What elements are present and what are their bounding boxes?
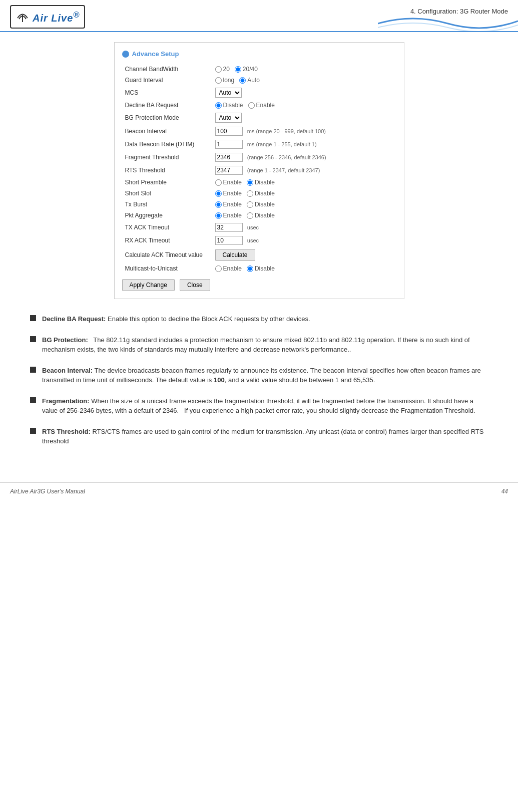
row-decline-ba: Decline BA Request Disable Enable (122, 100, 396, 111)
short-slot-disable[interactable]: Disable (247, 190, 275, 197)
decline-ba-enable[interactable]: Enable (248, 102, 275, 109)
rx-ack-timeout-input[interactable] (215, 236, 243, 245)
multicast-unicast-disable[interactable]: Disable (247, 265, 275, 272)
label-rts-threshold: RTS Threshold (122, 164, 212, 177)
title-icon (122, 51, 129, 58)
decline-ba-disable[interactable]: Disable (215, 102, 243, 109)
pkt-aggregate-enable[interactable]: Enable (215, 212, 242, 219)
apply-change-button[interactable]: Apply Change (122, 279, 175, 291)
footer-right: 44 (501, 488, 508, 495)
rts-threshold-input[interactable] (215, 166, 243, 175)
close-button[interactable]: Close (180, 279, 210, 291)
guard-interval-auto[interactable]: Auto (239, 77, 260, 84)
row-beacon-interval: Beacon Interval ms (range 20 - 999, defa… (122, 125, 396, 138)
row-short-preamble: Short Preamble Enable Disable (122, 177, 396, 188)
row-rx-ack-timeout: RX ACK Timeout usec (122, 234, 396, 247)
beacon-interval-input[interactable] (215, 127, 243, 136)
row-mcs: MCS Auto (122, 86, 396, 100)
row-rts-threshold: RTS Threshold (range 1 - 2347, default 2… (122, 164, 396, 177)
row-tx-burst: Tx Burst Enable Disable (122, 199, 396, 210)
label-decline-ba: Decline BA Request (122, 100, 212, 111)
signal-icon (15, 8, 30, 26)
short-preamble-options: Enable Disable (215, 179, 393, 186)
row-bg-protection: BG Protection Mode Auto (122, 111, 396, 125)
bullet-icon (30, 315, 36, 321)
label-channel-bandwidth: Channel BandWidth (122, 64, 212, 75)
row-multicast-unicast: Multicast-to-Unicast Enable Disable (122, 263, 396, 274)
row-fragment-threshold: Fragment Threshold (range 256 - 2346, de… (122, 151, 396, 164)
label-pkt-aggregate: Pkt Aggregate (122, 210, 212, 221)
main-content: Advance Setup Channel BandWidth 20 20/40 (0, 32, 518, 467)
beacon-interval-hint: ms (range 20 - 999, default 100) (247, 128, 326, 134)
mcs-select[interactable]: Auto (215, 88, 242, 98)
tx-ack-timeout-hint: usec (247, 224, 259, 230)
fragment-threshold-hint: (range 256 - 2346, default 2346) (247, 154, 326, 160)
bullet-icon (30, 367, 36, 373)
tx-ack-timeout-input[interactable] (215, 223, 243, 232)
rx-ack-timeout-hint: usec (247, 237, 259, 243)
logo-box: Air Live® (10, 5, 85, 29)
label-data-beacon-rate: Data Beacon Rate (DTIM) (122, 138, 212, 151)
label-rx-ack-timeout: RX ACK Timeout (122, 234, 212, 247)
data-beacon-rate-input[interactable] (215, 140, 243, 149)
form-buttons: Apply Change Close (122, 279, 396, 291)
label-tx-ack-timeout: TX ACK Timeout (122, 221, 212, 234)
channel-bandwidth-20[interactable]: 20 (215, 66, 230, 73)
channel-bandwidth-options: 20 20/40 (215, 66, 393, 73)
label-short-preamble: Short Preamble (122, 177, 212, 188)
short-slot-enable[interactable]: Enable (215, 190, 242, 197)
label-mcs: MCS (122, 86, 212, 100)
row-calculate-ack: Calculate ACK Timeout value Calculate (122, 247, 396, 263)
label-calculate-ack: Calculate ACK Timeout value (122, 247, 212, 263)
row-pkt-aggregate: Pkt Aggregate Enable Disable (122, 210, 396, 221)
form-table: Channel BandWidth 20 20/40 (122, 64, 396, 274)
pkt-aggregate-disable[interactable]: Disable (247, 212, 275, 219)
registered-mark: ® (73, 10, 80, 20)
desc-rts-threshold-text: RTS Threshold: RTS/CTS frames are used t… (42, 427, 488, 446)
guard-interval-options: long Auto (215, 77, 393, 84)
advance-setup-title: Advance Setup (122, 50, 396, 58)
bg-protection-select[interactable]: Auto (215, 113, 242, 123)
label-tx-burst: Tx Burst (122, 199, 212, 210)
desc-fragmentation: Fragmentation: When the size of a unicas… (30, 396, 488, 416)
pkt-aggregate-options: Enable Disable (215, 212, 393, 219)
page-footer: AirLive Air3G User's Manual 44 (0, 482, 518, 500)
row-data-beacon-rate: Data Beacon Rate (DTIM) ms (range 1 - 25… (122, 138, 396, 151)
advance-setup-box: Advance Setup Channel BandWidth 20 20/40 (114, 42, 404, 299)
calculate-button[interactable]: Calculate (215, 249, 255, 261)
tx-burst-options: Enable Disable (215, 201, 393, 208)
label-fragment-threshold: Fragment Threshold (122, 151, 212, 164)
page-header: Air Live® 4. Configuration: 3G Router Mo… (0, 0, 518, 32)
label-short-slot: Short Slot (122, 188, 212, 199)
rts-threshold-hint: (range 1 - 2347, default 2347) (247, 167, 320, 173)
short-preamble-disable[interactable]: Disable (247, 179, 275, 186)
fragment-threshold-input[interactable] (215, 153, 243, 162)
descriptions-section: Decline BA Request: Enable this option t… (20, 314, 498, 446)
channel-bandwidth-2040[interactable]: 20/40 (235, 66, 258, 73)
desc-rts-threshold: RTS Threshold: RTS/CTS frames are used t… (30, 427, 488, 446)
bullet-icon (30, 336, 36, 342)
label-multicast-unicast: Multicast-to-Unicast (122, 263, 212, 274)
short-preamble-enable[interactable]: Enable (215, 179, 242, 186)
data-beacon-rate-hint: ms (range 1 - 255, default 1) (247, 141, 317, 147)
tx-burst-disable[interactable]: Disable (247, 201, 275, 208)
desc-decline-ba: Decline BA Request: Enable this option t… (30, 314, 488, 324)
label-guard-interval: Guard Interval (122, 75, 212, 86)
desc-decline-ba-text: Decline BA Request: Enable this option t… (42, 314, 310, 324)
multicast-unicast-options: Enable Disable (215, 265, 393, 272)
tx-burst-enable[interactable]: Enable (215, 201, 242, 208)
row-short-slot: Short Slot Enable Disable (122, 188, 396, 199)
desc-beacon-interval-text: Beacon Interval: The device broadcasts b… (42, 366, 488, 385)
row-channel-bandwidth: Channel BandWidth 20 20/40 (122, 64, 396, 75)
bullet-icon (30, 397, 36, 403)
multicast-unicast-enable[interactable]: Enable (215, 265, 242, 272)
bullet-icon (30, 428, 36, 434)
footer-left: AirLive Air3G User's Manual (10, 488, 85, 495)
logo-area: Air Live® (10, 5, 85, 29)
desc-bg-protection-text: BG Protection: The 802.11g standard incl… (42, 335, 488, 355)
decline-ba-options: Disable Enable (215, 102, 393, 109)
label-bg-protection: BG Protection Mode (122, 111, 212, 125)
header-wave (378, 14, 518, 31)
guard-interval-long[interactable]: long (215, 77, 235, 84)
short-slot-options: Enable Disable (215, 190, 393, 197)
